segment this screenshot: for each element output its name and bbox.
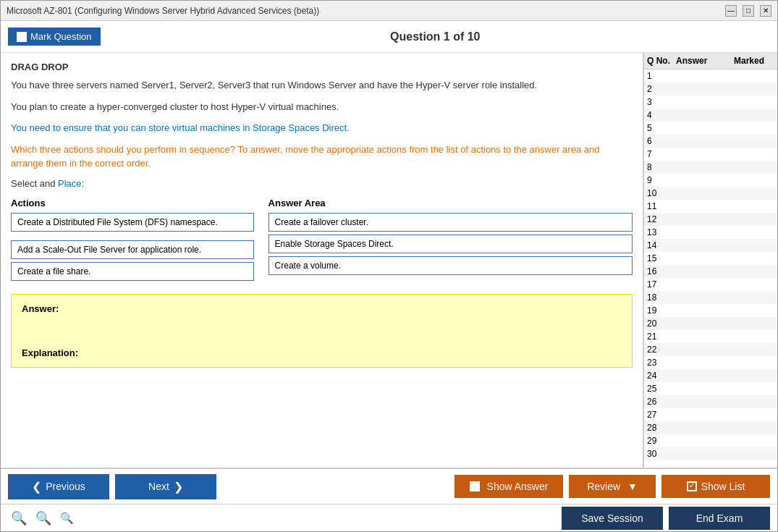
sidebar-row-marked (734, 71, 777, 81)
second-bottom-bar: 🔍 🔍 🔍 Save Session End Exam (1, 504, 777, 531)
sidebar-row-marked (734, 449, 777, 459)
answer-item-2[interactable]: Enable Storage Spaces Direct. (269, 235, 633, 253)
sidebar-row[interactable]: 20 (644, 317, 777, 330)
sidebar-row-num: 23 (647, 358, 676, 368)
sidebar-row[interactable]: 11 (644, 200, 777, 213)
sidebar-row-answer (676, 240, 734, 250)
sidebar-row-answer (676, 253, 734, 263)
sidebar-row[interactable]: 12 (644, 213, 777, 226)
sidebar-row-num: 28 (647, 423, 676, 433)
sidebar-row-marked (734, 201, 777, 211)
sidebar-row[interactable]: 6 (644, 135, 777, 148)
window-controls: — □ ✕ (725, 5, 771, 17)
sidebar-rows-container: 1234567891011121314151617181920212223242… (644, 69, 777, 460)
sidebar-row[interactable]: 4 (644, 109, 777, 122)
review-button[interactable]: Review ▼ (569, 475, 656, 498)
review-dropdown-icon: ▼ (627, 481, 638, 492)
bottom-left-controls: ❮ Previous Next ❯ (8, 474, 216, 499)
sidebar-row-answer (676, 97, 734, 107)
sidebar-row-num: 21 (647, 332, 676, 342)
sidebar-row[interactable]: 8 (644, 161, 777, 174)
show-answer-button[interactable]: Show Answer (454, 475, 563, 498)
sidebar-row[interactable]: 18 (644, 291, 777, 304)
sidebar-row[interactable]: 29 (644, 434, 777, 447)
save-session-button[interactable]: Save Session (562, 507, 663, 530)
sidebar-row[interactable]: 26 (644, 395, 777, 408)
sidebar-row-marked (734, 266, 777, 276)
mark-question-button[interactable]: Mark Question (8, 28, 101, 46)
action-item-3[interactable]: Create a file share. (11, 262, 254, 281)
sidebar-row[interactable]: 10 (644, 187, 777, 200)
sidebar-row-answer (676, 305, 734, 316)
sidebar-row[interactable]: 28 (644, 421, 777, 434)
sidebar-row-answer (676, 188, 734, 198)
sidebar-header-marked: Marked (734, 56, 777, 66)
sidebar-row-num: 13 (647, 227, 676, 237)
answer-item-1[interactable]: Create a failover cluster. (269, 213, 633, 232)
answer-item-3[interactable]: Create a volume. (269, 256, 633, 275)
sidebar-row-num: 18 (647, 292, 676, 303)
sidebar-row[interactable]: 15 (644, 252, 777, 265)
main-window: Microsoft AZ-801 (Configuring Windows Se… (0, 0, 778, 532)
zoom-controls: 🔍 🔍 🔍 (8, 509, 77, 528)
sidebar-row-answer (676, 84, 734, 94)
sidebar-row[interactable]: 14 (644, 239, 777, 252)
sidebar-row[interactable]: 1 (644, 69, 777, 83)
zoom-reset-button[interactable]: 🔍 (33, 509, 54, 528)
sidebar-row[interactable]: 3 (644, 96, 777, 109)
sidebar-row-answer (676, 136, 734, 146)
mark-question-label: Mark Question (30, 31, 92, 42)
show-answer-label: Show Answer (487, 481, 549, 492)
sidebar-row-answer (676, 214, 734, 224)
sidebar-row-marked (734, 436, 777, 446)
sidebar-row-marked (734, 136, 777, 146)
sidebar-row[interactable]: 16 (644, 265, 777, 278)
sidebar-row[interactable]: 24 (644, 369, 777, 382)
action-item-2[interactable]: Add a Scale-Out File Server for applicat… (11, 240, 254, 259)
sidebar-row[interactable]: 23 (644, 356, 777, 369)
maximize-button[interactable]: □ (743, 5, 754, 17)
show-list-label: Show List (701, 481, 745, 492)
zoom-in-button[interactable]: 🔍 (8, 509, 30, 528)
sidebar-row[interactable]: 25 (644, 382, 777, 395)
show-answer-checkbox (470, 481, 480, 491)
sidebar-row-marked (734, 84, 777, 94)
sidebar-row-answer (676, 332, 734, 342)
action-item-1[interactable]: Create a Distributed File System (DFS) n… (11, 213, 254, 232)
explanation-label: Explanation: (22, 347, 622, 358)
sidebar-row[interactable]: 21 (644, 330, 777, 343)
sidebar-row[interactable]: 13 (644, 226, 777, 239)
question-paragraph4: Which three actions should you perform i… (11, 143, 633, 171)
bottom-bar: ❮ Previous Next ❯ Show Answer Review ▼ S… (1, 468, 777, 504)
sidebar-row-num: 4 (647, 110, 676, 120)
sidebar-row-num: 26 (647, 397, 676, 407)
sidebar-row-answer (676, 397, 734, 407)
sidebar-row[interactable]: 9 (644, 174, 777, 187)
sidebar-row[interactable]: 22 (644, 343, 777, 356)
next-button[interactable]: Next ❯ (115, 474, 216, 499)
previous-button[interactable]: ❮ Previous (8, 474, 109, 499)
sidebar-row[interactable]: 5 (644, 122, 777, 135)
minimize-button[interactable]: — (725, 5, 737, 17)
bottom-center-controls: Show Answer Review ▼ Show List (454, 475, 770, 498)
sidebar-row[interactable]: 7 (644, 148, 777, 161)
end-exam-button[interactable]: End Exam (669, 507, 770, 530)
sidebar-row[interactable]: 17 (644, 278, 777, 291)
sidebar-row-marked (734, 175, 777, 185)
sidebar-row-answer (676, 71, 734, 81)
sidebar-row-answer (676, 175, 734, 185)
sidebar-row[interactable]: 27 (644, 408, 777, 421)
sidebar-row-marked (734, 149, 777, 159)
next-arrow-icon: ❯ (174, 480, 183, 494)
sidebar-row[interactable]: 2 (644, 83, 777, 96)
sidebar-row-answer (676, 410, 734, 420)
actions-title: Actions (11, 198, 254, 208)
sidebar-row-num: 17 (647, 279, 676, 290)
sidebar-row-answer (676, 371, 734, 381)
sidebar-row-answer (676, 449, 734, 459)
sidebar-row[interactable]: 30 (644, 447, 777, 460)
sidebar-row[interactable]: 19 (644, 304, 777, 317)
close-button[interactable]: ✕ (760, 5, 771, 17)
zoom-out-button[interactable]: 🔍 (57, 509, 77, 528)
show-list-button[interactable]: Show List (661, 475, 770, 498)
